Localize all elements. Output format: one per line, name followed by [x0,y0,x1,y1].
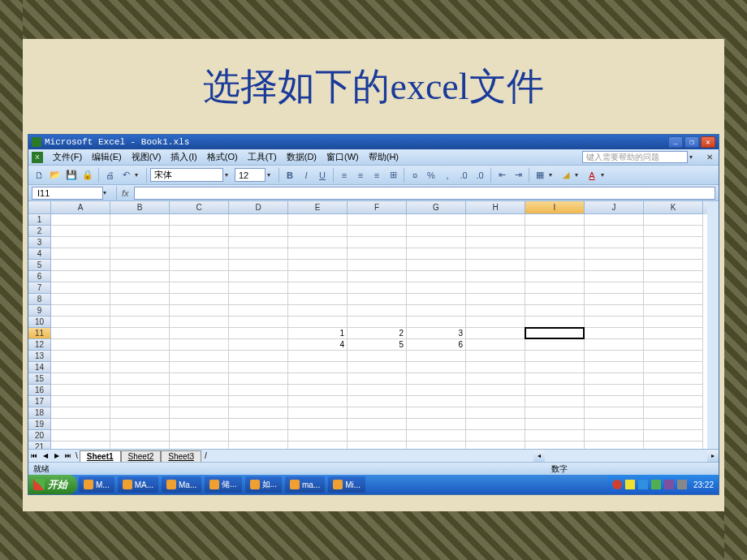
cell[interactable]: 3 [407,328,466,339]
cell[interactable] [525,237,585,248]
save-icon[interactable]: 💾 [64,168,79,183]
cell[interactable] [348,373,407,385]
cell[interactable] [110,317,170,328]
cell[interactable] [170,373,229,385]
cell[interactable]: 5 [348,339,407,351]
column-header[interactable]: H [466,201,525,214]
cell[interactable] [348,442,407,449]
cell[interactable] [585,373,644,385]
cell[interactable] [110,373,170,385]
decrease-indent-icon[interactable]: ⇤ [494,168,509,183]
cell[interactable] [229,419,288,430]
cell[interactable] [110,396,170,407]
cell[interactable] [110,407,170,419]
row-header[interactable]: 20 [28,430,51,442]
menu-item[interactable]: 窗口(W) [322,149,364,165]
cell[interactable] [585,226,644,237]
cell[interactable] [288,419,348,430]
cell[interactable] [170,271,229,282]
column-header[interactable]: D [229,201,288,214]
cell[interactable] [170,362,229,373]
cell[interactable] [644,442,703,449]
cell[interactable] [229,282,288,294]
row-header[interactable]: 19 [28,419,51,430]
menu-item[interactable]: 视图(V) [127,149,166,165]
menu-item[interactable]: 帮助(H) [364,149,404,165]
cell[interactable] [229,442,288,449]
italic-button[interactable]: I [299,168,313,183]
sheet-tab[interactable]: Sheet3 [161,450,201,462]
cell[interactable] [51,419,110,430]
cell[interactable] [51,226,110,237]
row-header[interactable]: 5 [28,260,51,271]
cell[interactable] [348,294,407,305]
cell[interactable] [644,419,703,430]
cell[interactable] [170,237,229,248]
cell[interactable] [288,317,348,328]
cell[interactable] [585,214,644,226]
tray-icon[interactable] [664,480,674,489]
cell[interactable] [51,407,110,419]
cell[interactable] [229,407,288,419]
titlebar[interactable]: Microsoft Excel - Book1.xls _ ❐ ✕ [28,135,719,149]
cell[interactable] [51,214,110,226]
cell[interactable] [525,442,585,449]
cell[interactable] [110,237,170,248]
cell[interactable] [51,362,110,373]
close-button[interactable]: ✕ [701,136,715,148]
cell[interactable] [170,317,229,328]
help-dropdown-icon[interactable]: ▾ [689,153,697,161]
row-header[interactable]: 21 [28,442,51,449]
cell[interactable]: 4 [288,339,348,351]
font-size-dropdown-icon[interactable]: ▾ [267,171,275,179]
font-name-select[interactable]: 宋体 [150,168,223,182]
column-header[interactable]: I [525,201,585,214]
column-header[interactable]: C [170,201,229,214]
cell[interactable] [51,373,110,385]
cell[interactable] [407,317,466,328]
workbook-close-button[interactable]: ✕ [704,152,715,163]
cell[interactable] [466,339,525,351]
cell[interactable] [229,226,288,237]
row-header[interactable]: 3 [28,237,51,248]
row-header[interactable]: 1 [28,214,51,226]
cell[interactable] [466,271,525,282]
cell[interactable] [170,339,229,351]
cell[interactable] [466,328,525,339]
column-header[interactable]: J [585,201,644,214]
taskbar-item[interactable]: M... [79,476,114,493]
cell[interactable] [348,248,407,260]
row-header[interactable]: 6 [28,271,51,282]
cell[interactable] [407,442,466,449]
cell[interactable] [229,317,288,328]
cell[interactable] [229,339,288,351]
cell[interactable] [348,419,407,430]
cell[interactable] [407,419,466,430]
name-box-dropdown-icon[interactable]: ▾ [103,189,111,196]
cell[interactable] [525,351,585,362]
cell[interactable] [170,226,229,237]
cell[interactable] [466,305,525,317]
cell[interactable] [644,271,703,282]
cell[interactable] [585,407,644,419]
select-all-corner[interactable] [28,201,51,214]
horizontal-scrollbar[interactable]: ◂ ▸ [210,450,719,462]
excel-icon[interactable]: X [32,152,43,163]
cell[interactable] [288,396,348,407]
row-header[interactable]: 13 [28,351,51,362]
menu-item[interactable]: 工具(T) [243,149,282,165]
column-header[interactable]: B [110,201,170,214]
currency-icon[interactable]: ¤ [408,168,422,183]
cell[interactable] [110,385,170,396]
cell[interactable] [229,271,288,282]
cell[interactable] [525,396,585,407]
cell[interactable] [525,248,585,260]
cell[interactable] [348,214,407,226]
column-header[interactable]: K [644,201,703,214]
merge-center-icon[interactable]: ⊞ [386,168,400,183]
cell[interactable] [51,294,110,305]
taskbar-item[interactable]: 储... [205,476,241,493]
cell[interactable] [170,260,229,271]
borders-icon[interactable]: ▦ [533,168,547,183]
cell[interactable] [407,248,466,260]
